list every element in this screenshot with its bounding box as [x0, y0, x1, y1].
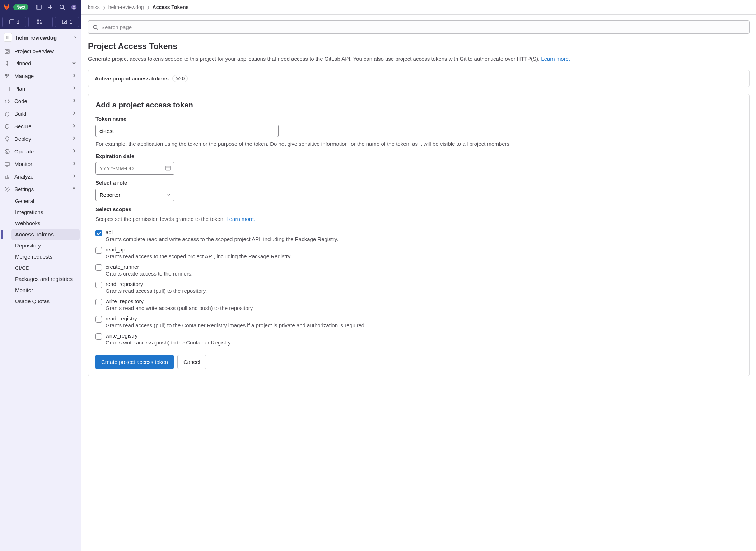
page-search[interactable] [88, 20, 750, 34]
learn-more-link[interactable]: Learn more. [541, 56, 570, 62]
sidebar: Next 1 1 H helm-reviewdog Project overvi… [0, 0, 81, 551]
svg-point-7 [73, 5, 75, 7]
main: kntks ❯ helm-reviewdog ❯ Access Tokens P… [81, 0, 756, 551]
sidebar-toggle-icon[interactable] [34, 2, 43, 12]
sidebar-item-settings[interactable]: Settings [1, 183, 80, 195]
sidebar-item-operate[interactable]: Operate [1, 145, 80, 158]
svg-point-16 [8, 74, 9, 76]
scope-name: write_registry [106, 333, 232, 339]
sidebar-item-merge-requests[interactable]: Merge requests [11, 251, 80, 262]
scopes-label: Select scopes [95, 206, 742, 212]
svg-rect-18 [5, 87, 9, 91]
active-tokens-title: Active project access tokens [95, 75, 169, 82]
next-badge: Next [13, 4, 28, 10]
scope-row: read_api Grants read access to the scope… [95, 244, 742, 261]
sidebar-item-access-tokens[interactable]: Access Tokens [11, 229, 80, 240]
scope-checkbox[interactable] [95, 316, 102, 323]
issues-counter[interactable]: 1 [2, 17, 26, 27]
scope-name: create_runner [106, 264, 193, 270]
svg-point-21 [6, 151, 8, 152]
scope-checkbox[interactable] [95, 247, 102, 254]
expiration-label: Expiration date [95, 153, 742, 159]
token-name-label: Token name [95, 116, 742, 122]
search-icon[interactable] [58, 2, 67, 12]
scope-checkbox[interactable] [95, 333, 102, 340]
sidebar-item-cicd[interactable]: CI/CD [11, 262, 80, 273]
gitlab-logo-icon[interactable] [3, 3, 10, 11]
sidebar-item-secure[interactable]: Secure [1, 120, 80, 133]
sidebar-item-manage[interactable]: Manage [1, 70, 80, 82]
sidebar-item-label: Build [14, 111, 67, 117]
active-tokens-header[interactable]: Active project access tokens 0 [88, 70, 749, 87]
sidebar-item-monitor-settings[interactable]: Monitor [11, 284, 80, 296]
chevron-down-icon [73, 34, 78, 40]
scope-description: Grants read access (pull) to the reposit… [106, 288, 207, 294]
sidebar-item-packages[interactable]: Packages and registries [11, 273, 80, 284]
sidebar-item-plan[interactable]: Plan [1, 82, 80, 95]
sidebar-item-label: Settings [14, 186, 67, 192]
sidebar-item-code[interactable]: Code [1, 95, 80, 107]
chevron-right-icon [71, 161, 77, 167]
sidebar-item-overview[interactable]: Project overview [1, 45, 80, 57]
scope-row: write_registry Grants write access (push… [95, 330, 742, 348]
scope-checkbox[interactable] [95, 299, 102, 305]
project-header[interactable]: H helm-reviewdog [0, 29, 81, 45]
cancel-button[interactable]: Cancel [177, 355, 206, 369]
role-select[interactable]: Reporter [95, 189, 174, 201]
search-input[interactable] [101, 24, 745, 30]
sidebar-item-integrations[interactable]: Integrations [11, 207, 80, 218]
mr-counter[interactable] [28, 17, 52, 27]
scope-name: read_api [106, 246, 291, 253]
sidebar-item-deploy[interactable]: Deploy [1, 133, 80, 145]
scope-checkbox[interactable] [95, 230, 102, 236]
scope-row: write_repository Grants read and write a… [95, 296, 742, 313]
create-token-button[interactable]: Create project access token [95, 355, 174, 369]
svg-point-25 [93, 25, 97, 29]
scopes-learn-more-link[interactable]: Learn more. [226, 216, 255, 222]
project-avatar: H [4, 33, 12, 42]
svg-rect-13 [5, 49, 9, 54]
sidebar-item-analyze[interactable]: Analyze [1, 170, 80, 183]
sidebar-item-monitor[interactable]: Monitor [1, 158, 80, 170]
chevron-down-icon [71, 60, 77, 67]
scope-row: create_runner Grants create access to th… [95, 261, 742, 279]
scope-name: api [106, 229, 338, 235]
sidebar-item-pinned[interactable]: Pinned [1, 57, 80, 70]
calendar-icon[interactable] [165, 165, 171, 172]
token-name-input[interactable] [95, 125, 279, 137]
breadcrumb-root[interactable]: kntks [88, 4, 100, 10]
chevron-up-icon [71, 186, 77, 193]
breadcrumb-project[interactable]: helm-reviewdog [108, 4, 144, 10]
svg-point-15 [5, 74, 7, 76]
svg-point-20 [5, 149, 9, 154]
active-tokens-count: 0 [182, 76, 185, 81]
svg-point-10 [37, 23, 39, 24]
sidebar-item-repository[interactable]: Repository [11, 240, 80, 251]
sidebar-item-label: Manage [14, 73, 67, 79]
scope-checkbox[interactable] [95, 264, 102, 271]
breadcrumb: kntks ❯ helm-reviewdog ❯ Access Tokens [81, 0, 756, 15]
plus-icon[interactable] [46, 2, 55, 12]
sidebar-item-build[interactable]: Build [1, 107, 80, 120]
todos-counter[interactable]: 1 [55, 17, 79, 27]
page-description: Generate project access tokens scoped to… [88, 55, 750, 63]
counters: 1 1 [0, 14, 81, 29]
avatar-icon[interactable] [69, 2, 78, 12]
breadcrumb-current: Access Tokens [153, 4, 189, 10]
scope-name: read_repository [106, 281, 207, 287]
sidebar-item-usage-quotas[interactable]: Usage Quotas [11, 296, 80, 307]
sidebar-item-general[interactable]: General [11, 195, 80, 207]
svg-point-9 [37, 20, 39, 21]
sidebar-item-webhooks[interactable]: Webhooks [11, 218, 80, 229]
scope-description: Grants read access to the scoped project… [106, 253, 291, 259]
sidebar-item-label: Deploy [14, 136, 67, 142]
svg-rect-22 [5, 162, 9, 166]
scope-description: Grants read access (pull) to the Contain… [106, 322, 366, 328]
expiration-input[interactable] [95, 162, 174, 175]
svg-line-5 [63, 8, 65, 10]
scope-description: Grants complete read and write access to… [106, 236, 338, 242]
scope-row: api Grants complete read and write acces… [95, 227, 742, 244]
project-name: helm-reviewdog [16, 34, 70, 41]
scope-checkbox[interactable] [95, 282, 102, 288]
sidebar-item-label: Operate [14, 148, 67, 154]
